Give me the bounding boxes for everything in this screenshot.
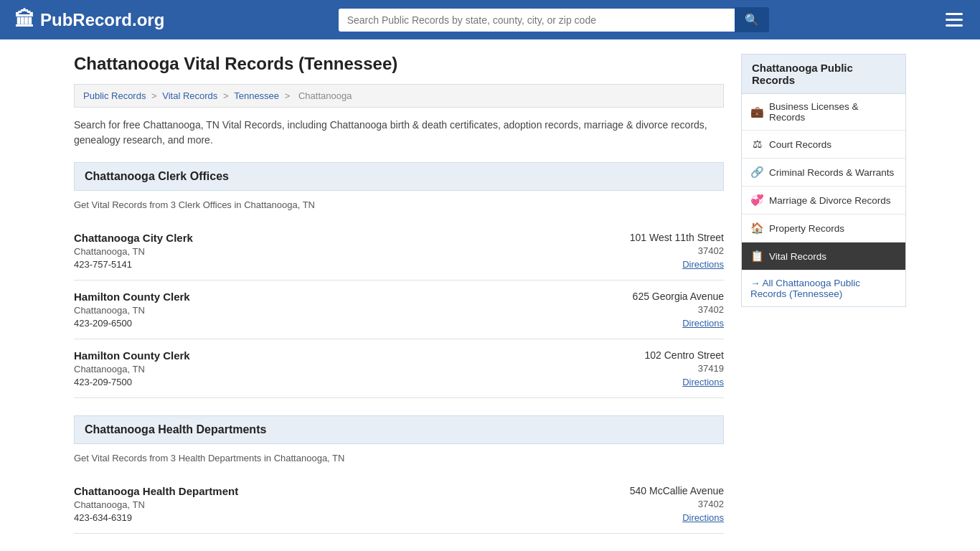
clerk-office-phone-1: 423-757-5141 — [74, 259, 193, 270]
sidebar-item-label-business: Business Licenses & Records — [769, 101, 897, 123]
clerk-office-info-2: Hamilton County Clerk Chattanooga, TN 42… — [74, 291, 190, 329]
clerk-office-address-1: 101 West 11th Street 37402 Directions — [630, 232, 724, 270]
clerk-office-city-2: Chattanooga, TN — [74, 305, 190, 316]
health-office-name-1: Chattanooga Health Department — [74, 485, 238, 497]
sidebar-item-criminal-records[interactable]: 🔗 Criminal Records & Warrants — [742, 159, 905, 187]
briefcase-icon: 💼 — [750, 105, 763, 118]
sidebar-item-label-property: Property Records — [769, 223, 844, 234]
clerk-office-directions-2[interactable]: Directions — [682, 318, 724, 329]
clerk-office-street-3: 102 Centro Street — [644, 349, 724, 361]
health-section-desc: Get Vital Records from 3 Health Departme… — [74, 453, 724, 463]
sidebar-item-marriage-records[interactable]: 💞 Marriage & Divorce Records — [742, 187, 905, 215]
health-office-directions-1[interactable]: Directions — [682, 512, 724, 523]
clerk-section-desc: Get Vital Records from 3 Clerk Offices i… — [74, 199, 724, 210]
health-section-header: Chattanooga Health Departments — [74, 415, 724, 444]
breadcrumb-link-vital-records[interactable]: Vital Records — [162, 90, 217, 101]
breadcrumb: Public Records > Vital Records > Tenness… — [74, 84, 724, 108]
clerk-office-address-3: 102 Centro Street 37419 Directions — [644, 349, 724, 387]
clerk-office-entry-2: Hamilton County Clerk Chattanooga, TN 42… — [74, 281, 724, 339]
hamburger-icon — [946, 13, 963, 15]
page-title: Chattanooga Vital Records (Tennessee) — [74, 54, 724, 74]
sidebar-item-property-records[interactable]: 🏠 Property Records — [742, 215, 905, 242]
clerk-office-directions-3[interactable]: Directions — [682, 377, 724, 387]
sidebar-item-label-marriage: Marriage & Divorce Records — [769, 195, 891, 206]
clerk-office-name-2: Hamilton County Clerk — [74, 291, 190, 303]
clerk-office-name-1: Chattanooga City Clerk — [74, 232, 193, 244]
page-description: Search for free Chattanooga, TN Vital Re… — [74, 118, 724, 148]
scales-icon: ⚖ — [750, 138, 763, 151]
logo-text: PubRecord.org — [40, 10, 164, 30]
sidebar-title-line1: Chattanooga Public — [752, 62, 853, 74]
clerk-office-city-1: Chattanooga, TN — [74, 246, 193, 257]
clerk-office-phone-3: 423-209-7500 — [74, 377, 190, 387]
clerk-office-name-3: Hamilton County Clerk — [74, 349, 190, 362]
sidebar-item-label-court: Court Records — [769, 139, 831, 150]
sidebar-item-business-licenses[interactable]: 💼 Business Licenses & Records — [742, 94, 905, 131]
hamburger-icon — [946, 19, 963, 21]
sidebar-item-vital-records[interactable]: 📋 Vital Records — [742, 242, 905, 270]
breadcrumb-sep: > — [285, 90, 293, 101]
clerk-office-zip-2: 37402 — [633, 304, 724, 315]
clerk-office-entry-3: Hamilton County Clerk Chattanooga, TN 42… — [74, 339, 724, 398]
site-logo[interactable]: 🏛 PubRecord.org — [14, 8, 164, 32]
sidebar-title-line2: Records — [752, 74, 795, 86]
main-container: Chattanooga Vital Records (Tennessee) Pu… — [60, 39, 920, 551]
sidebar-item-label-vital: Vital Records — [769, 251, 826, 262]
hamburger-icon — [946, 24, 963, 27]
sidebar-title: Chattanooga Public Records — [741, 54, 906, 94]
search-button[interactable]: 🔍 — [735, 7, 769, 32]
clerk-office-address-2: 625 Georgia Avenue 37402 Directions — [633, 291, 724, 329]
clipboard-icon: 📋 — [750, 250, 763, 263]
clerk-office-info-1: Chattanooga City Clerk Chattanooga, TN 4… — [74, 232, 193, 270]
sidebar-all-records-link[interactable]: → All Chattanooga Public Records (Tennes… — [742, 270, 905, 306]
sidebar-nav: 💼 Business Licenses & Records ⚖ Court Re… — [741, 94, 906, 307]
health-office-phone-1: 423-634-6319 — [74, 512, 238, 523]
sidebar: Chattanooga Public Records 💼 Business Li… — [741, 54, 906, 551]
clerk-office-street-2: 625 Georgia Avenue — [633, 291, 724, 302]
breadcrumb-sep: > — [223, 90, 231, 101]
clerk-office-street-1: 101 West 11th Street — [630, 232, 724, 243]
clerk-office-city-3: Chattanooga, TN — [74, 364, 190, 375]
health-office-address-1: 540 McCallie Avenue 37402 Directions — [630, 485, 724, 523]
search-input[interactable] — [339, 9, 735, 32]
house-icon: 🏠 — [750, 222, 763, 235]
health-office-entry-1: Chattanooga Health Department Chattanoog… — [74, 475, 724, 534]
breadcrumb-link-tennessee[interactable]: Tennessee — [234, 90, 279, 101]
clerk-office-zip-1: 37402 — [630, 245, 724, 256]
health-office-street-1: 540 McCallie Avenue — [630, 485, 724, 496]
link-icon: 🔗 — [750, 166, 763, 179]
health-office-zip-1: 37402 — [630, 499, 724, 509]
logo-icon: 🏛 — [14, 8, 34, 32]
menu-button[interactable] — [943, 10, 966, 29]
main-content: Chattanooga Vital Records (Tennessee) Pu… — [74, 54, 724, 551]
search-container: 🔍 — [339, 7, 769, 32]
health-dept-section: Chattanooga Health Departments Get Vital… — [74, 415, 724, 534]
health-office-city-1: Chattanooga, TN — [74, 499, 238, 510]
clerk-office-entry-1: Chattanooga City Clerk Chattanooga, TN 4… — [74, 222, 724, 281]
clerk-office-zip-3: 37419 — [644, 363, 724, 374]
sidebar-item-court-records[interactable]: ⚖ Court Records — [742, 131, 905, 159]
breadcrumb-link-public-records[interactable]: Public Records — [83, 90, 146, 101]
clerk-office-directions-1[interactable]: Directions — [682, 259, 724, 270]
clerk-section-header: Chattanooga Clerk Offices — [74, 162, 724, 191]
breadcrumb-current: Chattanooga — [298, 90, 352, 101]
sidebar-item-label-criminal: Criminal Records & Warrants — [769, 167, 894, 178]
site-header: 🏛 PubRecord.org 🔍 — [0, 0, 980, 39]
clerk-offices-section: Chattanooga Clerk Offices Get Vital Reco… — [74, 162, 724, 398]
breadcrumb-sep: > — [151, 90, 159, 101]
heart-icon: 💞 — [750, 194, 763, 207]
health-office-info-1: Chattanooga Health Department Chattanoog… — [74, 485, 238, 523]
clerk-office-info-3: Hamilton County Clerk Chattanooga, TN 42… — [74, 349, 190, 387]
clerk-office-phone-2: 423-209-6500 — [74, 318, 190, 329]
